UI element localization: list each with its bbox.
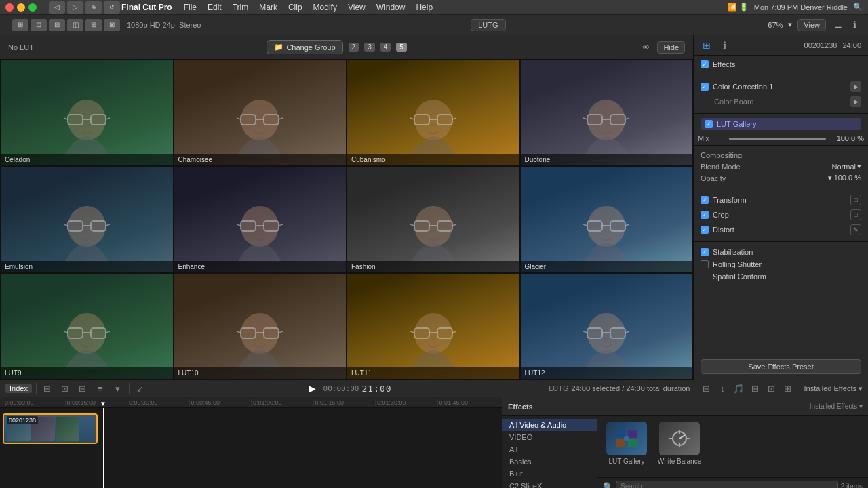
lut-cell-chamoisee[interactable]: Chamoisee bbox=[174, 60, 347, 166]
secondary-toolbar-icons-right: ⚊ ℹ bbox=[831, 18, 861, 32]
save-preset-button[interactable]: Save Effects Preset bbox=[701, 359, 861, 374]
transform-checkbox[interactable]: ✓ bbox=[701, 196, 709, 204]
effects-checkbox[interactable]: ✓ bbox=[701, 60, 709, 68]
tl-icon-1[interactable]: ⊞ bbox=[41, 382, 54, 395]
cc-checkbox[interactable]: ✓ bbox=[701, 83, 709, 91]
tl-right-icon-4[interactable]: ⊞ bbox=[748, 382, 762, 395]
tl-right-icon-3[interactable]: 🎵 bbox=[732, 382, 745, 395]
lut-cell-lut12[interactable]: LUT12 bbox=[520, 273, 694, 380]
effect-white-balance[interactable]: White Balance bbox=[656, 422, 703, 465]
menu-file[interactable]: File bbox=[179, 1, 201, 14]
effects-list-item-video[interactable]: VIDEO bbox=[502, 431, 597, 443]
lut-gallery-row[interactable]: ✓ LUT Gallery bbox=[701, 118, 861, 130]
close-button[interactable] bbox=[5, 3, 14, 12]
effects-search-input[interactable] bbox=[616, 481, 838, 488]
effects-items-count: 2 items bbox=[841, 483, 863, 488]
secondary-btn-3[interactable]: ⊟ bbox=[49, 19, 65, 31]
effects-info: Installed Effects ▾ bbox=[810, 403, 863, 410]
effects-list-item-all[interactable]: All bbox=[502, 443, 597, 455]
distort-checkbox[interactable]: ✓ bbox=[701, 226, 709, 234]
crop-checkbox[interactable]: ✓ bbox=[701, 211, 709, 219]
play-button[interactable]: ▶ bbox=[304, 380, 321, 396]
toolbar-btn-1[interactable]: ◁ bbox=[49, 1, 65, 14]
effects-list-item-basics[interactable]: Basics bbox=[502, 455, 597, 468]
lut-cell-cubanismo[interactable]: Cubanismo bbox=[347, 60, 520, 166]
secondary-btn-2[interactable]: ⊡ bbox=[31, 19, 47, 31]
zoom-dropdown-icon[interactable]: ▾ bbox=[788, 20, 792, 29]
eye-icon[interactable]: 👁 bbox=[639, 41, 652, 54]
distort-icon-btn[interactable]: ✎ bbox=[850, 224, 861, 235]
tl-right-icon-2[interactable]: ↕ bbox=[715, 382, 729, 395]
tl-icon-2[interactable]: ⊡ bbox=[58, 382, 72, 395]
crop-icon-btn[interactable]: □ bbox=[850, 209, 861, 220]
tl-right-icon-1[interactable]: ⊟ bbox=[699, 382, 713, 395]
secondary-btn-5[interactable]: ⊞ bbox=[85, 19, 102, 31]
lut-checkbox[interactable]: ✓ bbox=[705, 120, 713, 128]
tl-icon-5[interactable]: ▾ bbox=[111, 382, 125, 395]
index-tab[interactable]: Index bbox=[5, 384, 32, 393]
inspector-icon-btn[interactable]: ⚊ bbox=[831, 18, 845, 32]
badge-5[interactable]: 5 bbox=[396, 43, 407, 52]
lut-cell-fashion[interactable]: Fashion bbox=[347, 166, 520, 272]
lut-cell-lut11[interactable]: LUT11 bbox=[347, 273, 520, 380]
cc-btn[interactable]: ▶ bbox=[850, 81, 861, 92]
menu-mark[interactable]: Mark bbox=[254, 1, 282, 14]
tl-icon-4[interactable]: ≡ bbox=[94, 382, 107, 395]
menu-help[interactable]: Help bbox=[411, 1, 437, 14]
badge-3[interactable]: 3 bbox=[364, 43, 375, 52]
rolling-shutter-checkbox[interactable] bbox=[701, 260, 709, 268]
lut-cell-glacier[interactable]: Glacier bbox=[520, 166, 694, 272]
effects-search-bar: 🔍 2 items bbox=[597, 477, 868, 488]
blend-mode-value[interactable]: Normal ▾ bbox=[832, 162, 861, 171]
effects-list-item-all-video[interactable]: All Video & Audio bbox=[502, 419, 597, 431]
menu-modify[interactable]: Modify bbox=[309, 1, 342, 14]
view-button[interactable]: View bbox=[797, 19, 826, 31]
secondary-toolbar-right: 67% ▾ View ⚊ ℹ bbox=[768, 18, 861, 32]
tl-icon-3[interactable]: ⊟ bbox=[76, 382, 90, 395]
effect-lut-gallery[interactable]: LUT Gallery bbox=[603, 422, 650, 465]
stabilization-checkbox[interactable]: ✓ bbox=[701, 248, 709, 256]
inspector-info-icon[interactable]: ℹ bbox=[718, 39, 730, 52]
toolbar-btn-3[interactable]: ⊕ bbox=[85, 1, 102, 14]
timeline-clip[interactable]: 00201238 bbox=[4, 415, 96, 443]
lut-cell-enhance[interactable]: Enhance bbox=[174, 166, 347, 272]
color-board-btn[interactable]: ▶ bbox=[850, 96, 861, 107]
minimize-button[interactable] bbox=[17, 3, 25, 12]
tl-right-icon-6[interactable]: ⊞ bbox=[781, 382, 794, 395]
menu-trim[interactable]: Trim bbox=[228, 1, 254, 14]
mix-slider[interactable] bbox=[729, 138, 826, 140]
secondary-btn-4[interactable]: ◫ bbox=[67, 19, 83, 31]
change-group-button[interactable]: 📁 Change Group bbox=[267, 40, 342, 54]
lut-cell-lut10[interactable]: LUT10 bbox=[174, 273, 347, 380]
menu-edit[interactable]: Edit bbox=[203, 1, 226, 14]
tl-icon-6[interactable]: ↙ bbox=[134, 382, 147, 395]
menu-window[interactable]: Window bbox=[372, 1, 410, 14]
timecode-prefix: 00:00:00 bbox=[323, 384, 359, 393]
badge-2[interactable]: 2 bbox=[349, 43, 359, 52]
inspector-effects-icon[interactable]: ⊞ bbox=[701, 39, 713, 52]
transform-icon-btn[interactable]: □ bbox=[850, 195, 861, 205]
secondary-btn-6[interactable]: ⊠ bbox=[104, 19, 120, 31]
lut-cell-lut9[interactable]: LUT9 bbox=[0, 273, 174, 380]
lut-cell-duotone[interactable]: Duotone bbox=[520, 60, 694, 166]
lut-cell-emulsion[interactable]: Emulsion bbox=[0, 166, 174, 272]
installed-effects-dropdown[interactable]: Installed Effects ▾ bbox=[804, 384, 863, 393]
hide-button[interactable]: Hide bbox=[657, 41, 685, 54]
toolbar-btn-4[interactable]: ↺ bbox=[104, 1, 120, 14]
timeline-track[interactable]: 00201238 bbox=[3, 413, 98, 444]
fullscreen-button[interactable] bbox=[28, 3, 37, 12]
ruler-mark-5: 0:01:15:00 bbox=[313, 399, 376, 406]
search-icon[interactable]: 🔍 bbox=[853, 3, 863, 12]
effects-list-item-c2[interactable]: C2 SliceX bbox=[502, 480, 597, 488]
lut-cell-celadon[interactable]: Celadon bbox=[0, 60, 174, 166]
secondary-btn-1[interactable]: ⊞ bbox=[12, 19, 28, 31]
info-icon-btn[interactable]: ℹ bbox=[848, 18, 861, 32]
tl-right-icons: ⊟ ↕ 🎵 ⊞ ⊡ ⊞ bbox=[699, 382, 794, 395]
toolbar-btn-2[interactable]: ▷ bbox=[67, 1, 83, 14]
menu-clip[interactable]: Clip bbox=[283, 1, 307, 14]
tl-right-icon-5[interactable]: ⊡ bbox=[764, 382, 778, 395]
menu-view[interactable]: View bbox=[343, 1, 370, 14]
effects-list-item-blur[interactable]: Blur bbox=[502, 468, 597, 480]
badge-4[interactable]: 4 bbox=[380, 43, 391, 52]
svg-rect-75 bbox=[628, 439, 637, 447]
